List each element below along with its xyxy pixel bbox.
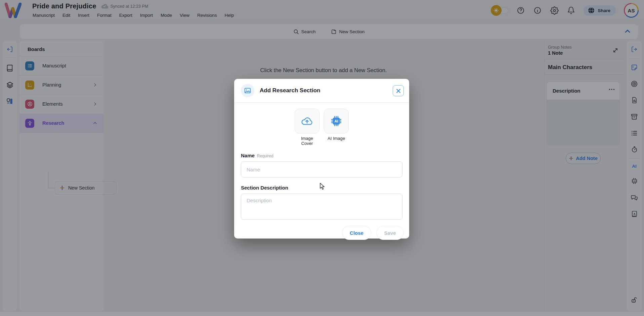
image-cover-label: Image Cover xyxy=(295,136,319,146)
required-hint: Required xyxy=(257,154,273,158)
close-button[interactable]: Close xyxy=(342,226,371,240)
ai-image-label: AI Image xyxy=(324,136,349,146)
image-icon xyxy=(241,84,254,97)
ai-image-button[interactable]: AI xyxy=(324,109,349,134)
ai-chip-icon: AI xyxy=(330,115,343,127)
save-button[interactable]: Save xyxy=(376,226,404,240)
svg-text:AI: AI xyxy=(334,119,338,123)
add-research-section-dialog: Add Research Section xyxy=(234,79,409,239)
name-field-label: NameRequired xyxy=(241,153,402,158)
close-icon[interactable] xyxy=(393,85,404,96)
image-cover-button[interactable] xyxy=(295,109,319,134)
dialog-title: Add Research Section xyxy=(260,87,320,94)
name-input[interactable] xyxy=(241,161,402,177)
description-input[interactable] xyxy=(241,194,402,220)
cloud-upload-icon xyxy=(300,114,314,128)
description-field-label: Section Description xyxy=(241,185,402,191)
app-window: Pride and Prejudice Synced at 12:23 PM M… xyxy=(0,0,644,316)
